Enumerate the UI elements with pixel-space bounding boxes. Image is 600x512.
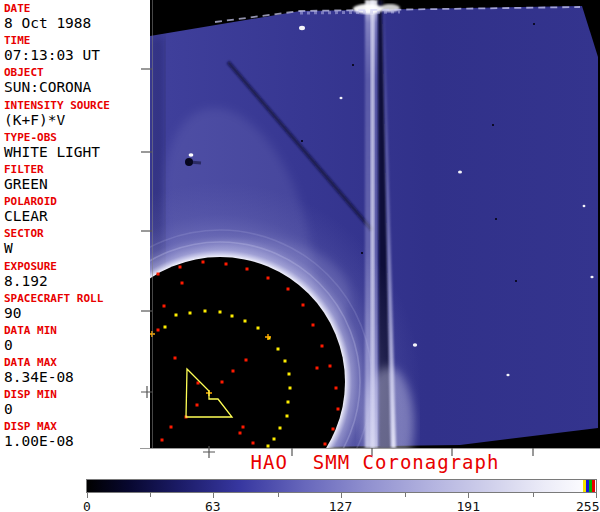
- page-title: HAO SMM Coronagraph: [150, 451, 600, 473]
- coronagraph-viewer-window: DATE8 Oct 1988TIME07:13:03 UTOBJECTSUN:C…: [0, 0, 600, 512]
- colorbar-tick-label: 0: [83, 499, 91, 512]
- colorbar-tick: [468, 493, 469, 498]
- colorbar: [86, 479, 597, 493]
- colorbar-minor-tick: [150, 493, 151, 497]
- coronagraph-image: [0, 0, 600, 460]
- colorbar-tick-label: 191: [457, 499, 480, 512]
- colorbar-marker-stripe: [592, 480, 595, 492]
- colorbar-tick: [87, 493, 88, 498]
- colorbar-tick: [341, 493, 342, 498]
- colorbar-minor-tick: [533, 493, 534, 497]
- image-content: [20, 0, 598, 460]
- colorbar-minor-tick: [405, 493, 406, 497]
- colorbar-minor-tick: [278, 493, 279, 497]
- colorbar-tick: [596, 493, 597, 498]
- colorbar-tick: [213, 493, 214, 498]
- colorbar-tick-label: 63: [205, 499, 221, 512]
- colorbar-tick-label: 255: [576, 499, 599, 512]
- colorbar-tick-label: 127: [329, 499, 352, 512]
- colorbar-ticks: 063127191255: [86, 493, 600, 512]
